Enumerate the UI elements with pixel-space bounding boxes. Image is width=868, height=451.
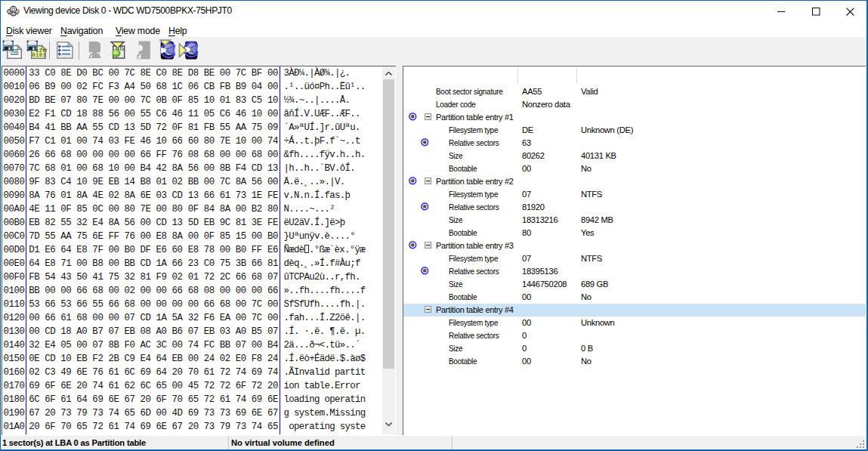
svg-text:0101: 0101 [32, 52, 45, 58]
